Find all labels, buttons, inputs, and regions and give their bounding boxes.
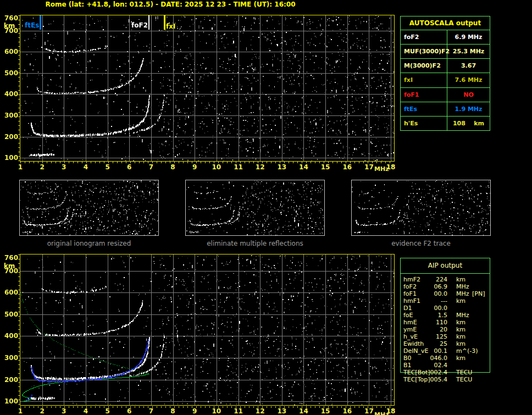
parameter-value: --- xyxy=(420,297,447,305)
parameter-label: MUF(3000)F2 xyxy=(401,45,447,58)
y-tick-label: 100 xyxy=(1,154,18,162)
parameter-value: 00.0 xyxy=(420,305,447,312)
aip-table-row: hmF2224km xyxy=(400,276,497,283)
parameter-label: h_vE xyxy=(403,333,418,340)
aip-table-divider xyxy=(401,273,490,274)
aip-table-row: TEC[Top]005.4TECU xyxy=(400,376,497,383)
y-tick-label: 700 xyxy=(1,267,18,275)
x-tick-label: 12 xyxy=(253,163,267,171)
parameter-value: 046.0 xyxy=(420,355,447,362)
y-tick-label: 300 xyxy=(1,112,18,119)
y-tick-label: 200 xyxy=(1,133,18,141)
parameter-label: foF2 xyxy=(401,30,447,44)
autoscala-output-table: AUTOSCALA output foF26.9 MHzMUF(3000)F22… xyxy=(400,16,490,131)
parameter-flag: [PN] xyxy=(472,290,485,297)
marker-label-fof2: foF2 xyxy=(131,21,148,29)
y-tick-label: 760 xyxy=(1,254,18,262)
y-tick-label: 600 xyxy=(1,48,18,56)
y-minor-ticks xyxy=(18,15,20,161)
thumbnail-evidence-f2-trace xyxy=(351,180,491,236)
aip-table-row: B102.4 xyxy=(400,362,497,369)
parameter-label: M(3000)F2 xyxy=(401,59,447,73)
parameter-label: B0 xyxy=(403,355,412,362)
aip-table-row: h_vE125km xyxy=(400,333,497,340)
parameter-value: 108 km xyxy=(447,117,490,130)
parameter-value: NO xyxy=(447,88,490,102)
thumbnail-caption: eliminate multiple reflections xyxy=(186,240,324,247)
parameter-label: B1 xyxy=(403,362,412,369)
autoscala-table-row: fxI7.6 MHz xyxy=(401,73,490,87)
parameter-label: ymE xyxy=(403,326,417,333)
x-tick-label: 1 xyxy=(14,163,27,171)
x-tick-label: 4 xyxy=(79,163,92,171)
x-tick-label: 10 xyxy=(210,163,223,171)
x-tick-label: 5 xyxy=(101,163,114,171)
marker-label-ftes: ftEs xyxy=(25,21,39,29)
y-tick-label: 300 xyxy=(1,354,18,362)
x-tick-label: 15 xyxy=(319,407,332,415)
x-tick-label: 18 xyxy=(384,407,397,415)
parameter-label: hmE xyxy=(403,319,417,326)
thumbnail-original-ionogram xyxy=(19,180,159,236)
x-tick-label: 9 xyxy=(188,163,201,171)
y-tick-label: 400 xyxy=(1,332,18,340)
scaled-ionogram-canvas xyxy=(20,15,395,162)
parameter-label: hmF2 xyxy=(403,276,420,283)
x-tick-label: 2 xyxy=(36,407,49,415)
x-tick-label: 2 xyxy=(36,163,49,171)
parameter-label: ftEs xyxy=(401,102,447,116)
parameter-value: 6.9 MHz xyxy=(447,30,490,44)
parameter-label: fxI xyxy=(401,73,447,87)
x-tick-label: 16 xyxy=(341,163,354,171)
x-tick-label: 7 xyxy=(145,407,158,415)
x-tick-label: 18 xyxy=(384,163,397,171)
aip-table-row: ymE20km xyxy=(400,326,497,333)
x-tick-label: 15 xyxy=(319,163,332,171)
parameter-unit: km xyxy=(456,297,465,305)
autoscala-table-title: AUTOSCALA output xyxy=(401,16,490,30)
aip-table-row: TEC[Bot]002.4TECU xyxy=(400,369,497,376)
page-title: Rome (lat: +41.8, lon: 012.5) - DATE: 20… xyxy=(0,1,341,8)
x-tick-label: 6 xyxy=(123,163,136,171)
aip-table-row: foF100.0MHz[PN] xyxy=(400,290,497,297)
parameter-value: 25 xyxy=(420,340,447,347)
parameter-value: 110 xyxy=(420,319,447,326)
y-tick-label: 760 xyxy=(1,14,18,22)
autoscala-table-row: ftEs1.9 MHz xyxy=(401,102,490,116)
x-tick-label: 11 xyxy=(232,163,245,171)
aip-table-row: Ewidth25km xyxy=(400,340,497,347)
aip-table-row: hmF1---km xyxy=(400,297,497,305)
aip-table-row: DelN_vE00.1m^(-3) xyxy=(400,347,497,355)
x-tick-label: 5 xyxy=(101,407,114,415)
x-minor-ticks xyxy=(20,406,394,408)
parameter-value: 00.1 xyxy=(420,347,447,355)
x-tick-label: 10 xyxy=(210,407,223,415)
parameter-value: 25.3 MHz xyxy=(447,45,490,58)
parameter-value: 224 xyxy=(420,276,447,283)
parameter-unit: MHz xyxy=(456,290,469,297)
parameter-value: 125 xyxy=(420,333,447,340)
parameter-unit: km xyxy=(456,326,465,333)
x-tick-label: 4 xyxy=(79,407,92,415)
x-tick-label: 14 xyxy=(297,163,310,171)
parameter-value: 3.67 xyxy=(447,59,490,73)
parameter-label: foF1 xyxy=(403,290,417,297)
parameter-value: 1.9 MHz xyxy=(447,102,490,116)
parameter-label: foE xyxy=(403,312,413,319)
parameter-unit: km xyxy=(456,333,465,340)
y-tick-label: 200 xyxy=(1,376,18,384)
autoscala-table-row: MUF(3000)F225.3 MHz xyxy=(401,44,490,58)
x-tick-label: 7 xyxy=(145,163,158,171)
parameter-label: hmF1 xyxy=(403,297,420,305)
parameter-value: 02.4 xyxy=(420,362,447,369)
aip-table-row: foE1.5MHz xyxy=(400,312,497,319)
x-tick-label: 17 xyxy=(362,163,375,171)
aip-ionogram-canvas xyxy=(20,254,395,406)
x-tick-label: 8 xyxy=(167,407,180,415)
autoscala-window: Rome (lat: +41.8, lon: 012.5) - DATE: 20… xyxy=(0,0,532,415)
parameter-value: 20 xyxy=(420,326,447,333)
parameter-unit: MHz xyxy=(456,312,469,319)
aip-output-table: hmF2224kmfoF206.9MHzfoF100.0MHz[PN]hmF1-… xyxy=(400,276,497,383)
parameter-unit: MHz xyxy=(456,283,469,290)
x-minor-ticks xyxy=(20,162,394,163)
